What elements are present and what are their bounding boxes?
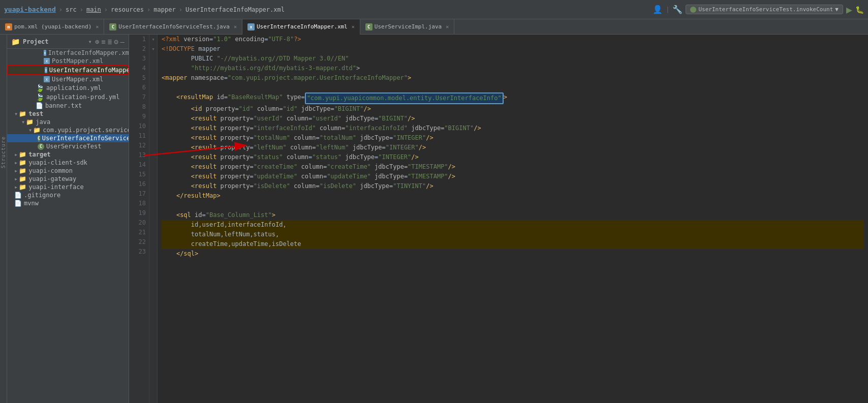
code-line-20: id,userId,interfaceInfoId, (162, 220, 864, 230)
tab-mapper-xml-icon: x (247, 23, 255, 30)
sidebar-item-label: InterfaceInfoMapper.xml (48, 49, 129, 56)
sidebar-label-interface: yuapi-interface (28, 183, 83, 191)
java-icon-ui-service: C (38, 135, 40, 142)
code-line-16: <result property="isDelete" column="isDe… (162, 181, 864, 191)
java-icon-user-service: C (38, 143, 44, 150)
sidebar-item-application-yml[interactable]: 🍃 application.yml (7, 83, 129, 92)
sidebar-label-gitignore: .gitignore (24, 192, 60, 199)
line-numbers: 1 2 3 4 5 6 7 8 9 10 11 12 13 14 15 16 1… (129, 35, 149, 403)
folder-arrow-sdk: ▸ (14, 159, 18, 166)
folder-icon-test: 📁 (19, 110, 26, 117)
tab-pom-close[interactable]: ✕ (96, 24, 99, 29)
sidebar-item-postmapper[interactable]: x PostMapper.xml (7, 57, 129, 65)
path-resources[interactable]: resources (111, 6, 144, 13)
folder-arrow-java: ▾ (21, 118, 25, 126)
code-line-23: </sql> (162, 249, 864, 259)
yaml-icon-prod: 🍃 (36, 93, 44, 101)
run-config-dropdown-icon: ▼ (835, 6, 839, 13)
sidebar-item-interfaceinfomapper[interactable]: x InterfaceInfoMapper.xml (7, 49, 129, 57)
sidebar-label-app-yml: application.yml (46, 84, 101, 91)
sidebar-item-banner-txt[interactable]: 📄 banner.txt (7, 102, 129, 110)
tab-service-impl-label: UserServiceImpl.java (375, 23, 442, 30)
tab-service-impl[interactable]: C UserServiceImpl.java ✕ (360, 19, 454, 35)
sidebar-folder-java[interactable]: ▾ 📁 java (7, 118, 129, 126)
path-main[interactable]: main (86, 6, 101, 13)
sidebar-folder-client-sdk[interactable]: ▸ 📁 yuapi-client-sdk (7, 159, 129, 167)
sidebar-settings-icon[interactable]: ⚙ (114, 38, 118, 46)
sidebar-item-usermapper[interactable]: x UserMapper.xml (7, 75, 129, 83)
tab-service-test-close[interactable]: ✕ (234, 24, 237, 29)
run-config-selector[interactable]: UserInterfaceInfoServiceTest.invokeCount… (686, 5, 843, 14)
txt-icon: 📄 (36, 102, 43, 109)
tab-service-impl-icon: C (365, 23, 373, 30)
run-button[interactable]: ▶ (846, 4, 852, 16)
code-line-5: <mapper namespace="com.yupi.project.mapp… (162, 73, 864, 83)
xml-icon: x (44, 50, 46, 56)
sidebar-collapse-icon[interactable]: ≡ (101, 38, 105, 46)
sidebar-project-icon: 📁 (11, 38, 20, 46)
sidebar-folder-interface[interactable]: ▸ 📁 yuapi-interface (7, 183, 129, 191)
mvnw-icon: 📄 (14, 200, 22, 207)
tab-bar: m pom.xml (yuapi-backend) ✕ C UserInterf… (0, 19, 868, 35)
sidebar-label-service: com.yupi.project.service (43, 127, 129, 134)
code-line-21: totalNum,leftNum,status, (162, 230, 864, 239)
sidebar-locate-icon[interactable]: ⊕ (95, 38, 99, 46)
settings-icon[interactable]: 🔧 (672, 5, 683, 14)
folder-icon-interface: 📁 (19, 183, 26, 191)
code-editor[interactable]: <?xml version="1.0" encoding="UTF-8"?> <… (158, 35, 868, 403)
sidebar-item-application-prod-yml[interactable]: 🍃 application-prod.yml (7, 92, 129, 102)
sidebar-folder-test[interactable]: ▾ 📁 test (7, 110, 129, 118)
tab-mapper-xml[interactable]: x UserInterfaceInfoMapper.xml ✕ (242, 19, 360, 35)
tab-service-impl-close[interactable]: ✕ (446, 24, 449, 29)
sidebar-item-user-service-test[interactable]: C UserServiceTest (7, 142, 129, 150)
tab-service-test-label: UserInterfaceInfoServiceTest.java (118, 23, 230, 30)
code-line-19: <sql id="Base_Column_List" > (162, 210, 864, 220)
sep1: › (59, 6, 63, 13)
xml-icon-post: x (44, 58, 50, 64)
sep3: › (104, 6, 108, 13)
path-src[interactable]: src (66, 6, 77, 13)
brand-label[interactable]: yuapi-backend (4, 6, 56, 13)
sidebar-label-common: yuapi-common (28, 167, 73, 174)
sep-v: | (666, 6, 669, 13)
sidebar-close-icon[interactable]: — (120, 38, 125, 46)
sidebar-item-mvnw[interactable]: 📄 mvnw (7, 199, 129, 207)
code-line-22: createTime,updateTime,isDelete (162, 239, 864, 249)
code-line-10: <result property="interfaceInfoId" colum… (162, 123, 864, 133)
sidebar-folder-gateway[interactable]: ▸ 📁 yuapi-gateway (7, 175, 129, 183)
folder-arrow-interface: ▸ (14, 183, 18, 191)
code-line-9: <result property="userId" column="userId… (162, 114, 864, 123)
code-line-12: <result property="leftNum" column="leftN… (162, 143, 864, 152)
editor: 1 2 3 4 5 6 7 8 9 10 11 12 13 14 15 16 1… (129, 35, 868, 403)
tab-service-test[interactable]: C UserInterfaceInfoServiceTest.java ✕ (104, 19, 242, 35)
xml-icon-um: x (44, 76, 50, 82)
code-line-17: </resultMap> (162, 191, 864, 201)
debug-button[interactable]: 🐛 (855, 6, 864, 14)
sidebar-folder-target[interactable]: ▸ 📁 target (7, 150, 129, 159)
sidebar-dropdown-icon[interactable]: ▾ (88, 38, 92, 45)
sidebar-item-ui-service-test[interactable]: C UserInterfaceInfoServiceTest (7, 134, 129, 142)
sep4: › (147, 6, 150, 13)
sidebar-label-sdk: yuapi-client-sdk (28, 159, 87, 166)
sidebar-tree: x InterfaceInfoMapper.xml x PostMapper.x… (7, 49, 129, 403)
code-line-2: <!DOCTYPE mapper (162, 44, 864, 54)
profile-icon[interactable]: 👤 (653, 5, 663, 14)
tab-mapper-xml-close[interactable]: ✕ (352, 24, 355, 29)
sidebar-item-label-ui: UserInterfaceInfoMapper.xml (49, 67, 129, 74)
path-mapper[interactable]: mapper (153, 6, 175, 13)
sidebar-folder-service[interactable]: ▾ 📁 com.yupi.project.service (7, 126, 129, 134)
folder-arrow-service: ▾ (28, 127, 32, 134)
code-line-15: <result property="updateTime" column="up… (162, 172, 864, 181)
tab-pom[interactable]: m pom.xml (yuapi-backend) ✕ (0, 19, 104, 35)
sidebar-sort-icon[interactable]: ≣ (108, 38, 112, 46)
sidebar-item-userinterfaceinfomapper[interactable]: x UserInterfaceInfoMapper.xml (7, 65, 129, 75)
sidebar-label-user-service-test: UserServiceTest (46, 143, 101, 150)
sidebar-folder-common[interactable]: ▸ 📁 yuapi-common (7, 167, 129, 175)
sep5: › (179, 6, 182, 13)
gitignore-icon: 📄 (14, 192, 22, 199)
sidebar-header: 📁 Project ▾ ⊕ ≡ ≣ ⚙ — (7, 35, 129, 49)
sidebar-item-label-post: PostMapper.xml (52, 57, 103, 65)
folder-icon-sdk: 📁 (19, 159, 26, 166)
sidebar-label-gateway: yuapi-gateway (28, 175, 76, 182)
sidebar-item-gitignore[interactable]: 📄 .gitignore (7, 191, 129, 199)
